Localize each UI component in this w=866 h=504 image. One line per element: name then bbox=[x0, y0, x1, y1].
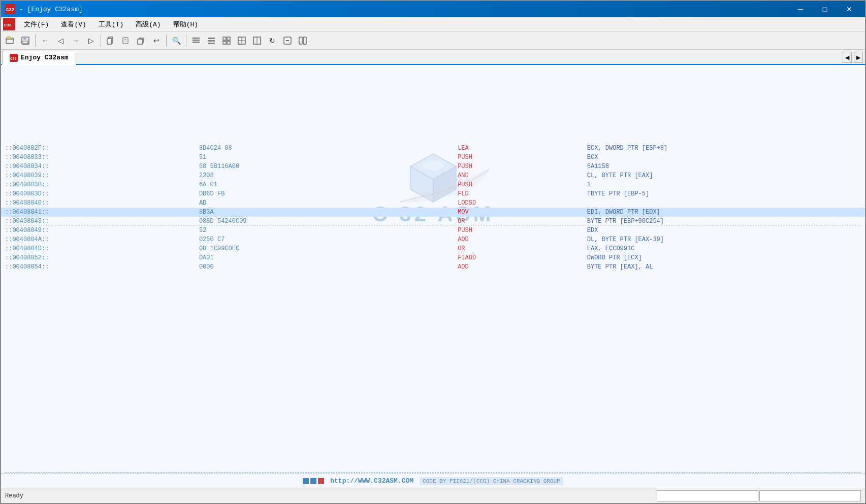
menu-view[interactable]: 查看(V) bbox=[55, 17, 91, 31]
sep-1 bbox=[35, 35, 36, 47]
cell-addr: ::00408049:: bbox=[1, 226, 195, 235]
cell-addr: ::0040803B:: bbox=[1, 180, 195, 189]
sep-4 bbox=[186, 35, 186, 47]
disasm-tbody: ::0040802F:: 8D4C24 08 LEA ECX, DWORD PT… bbox=[1, 144, 865, 272]
disasm-table: ::0040802F:: 8D4C24 08 LEA ECX, DWORD PT… bbox=[1, 144, 865, 272]
cell-operands: ECX, DWORD PTR [ESP+8] bbox=[583, 144, 865, 153]
cell-operands: DWORD PTR [ECX] bbox=[583, 253, 865, 262]
empty-top-area bbox=[1, 65, 865, 144]
cell-bytes: 52 bbox=[195, 226, 454, 235]
title-bar: C32 - [Enjoy C32asm] ─ □ ✕ bbox=[1, 1, 865, 17]
cell-operands: BYTE PTR [EBP+90C254] bbox=[583, 217, 865, 226]
undo-button[interactable]: ↩ bbox=[149, 33, 164, 48]
search-button[interactable]: 🔍 bbox=[169, 33, 183, 48]
minimize-button[interactable]: ─ bbox=[789, 1, 812, 17]
table-row[interactable]: ::00408034:: 68 58116A00 PUSH 6A1158 bbox=[1, 162, 865, 171]
svg-rect-7 bbox=[23, 37, 26, 40]
cell-operands: EAX, ECCD991C bbox=[583, 244, 865, 253]
cell-addr: ::00408040:: bbox=[1, 198, 195, 208]
cell-mnemonic: OR bbox=[454, 217, 583, 226]
copy1-button[interactable] bbox=[104, 33, 118, 48]
table-row[interactable]: ::00408049:: 52 PUSH EDX bbox=[1, 226, 865, 235]
main-content: C 32 ASM bbox=[1, 65, 865, 503]
cell-bytes: 68 58116A00 bbox=[195, 162, 454, 171]
t1-button[interactable] bbox=[189, 33, 203, 48]
svg-rect-10 bbox=[107, 39, 112, 44]
close-button[interactable]: ✕ bbox=[838, 1, 861, 17]
tab-bar-left: C32 Enjoy C32asm bbox=[2, 51, 77, 64]
cell-bytes: AD bbox=[195, 198, 454, 208]
cell-addr: ::00408043:: bbox=[1, 217, 195, 226]
nav-back2-button[interactable]: ◁ bbox=[53, 33, 68, 48]
cell-operands bbox=[583, 198, 865, 208]
cell-bytes: 51 bbox=[195, 153, 454, 162]
svg-rect-18 bbox=[208, 38, 215, 39]
table-row[interactable]: ::00408040:: AD LODSD bbox=[1, 198, 865, 208]
menu-help[interactable]: 帮助(H) bbox=[168, 17, 204, 31]
table-row[interactable]: ::00408054:: 0000 ADD BYTE PTR [EAX], AL bbox=[1, 262, 865, 272]
cell-mnemonic: OR bbox=[454, 244, 583, 253]
menu-advanced[interactable]: 高级(A) bbox=[130, 17, 166, 31]
save-button[interactable] bbox=[18, 33, 33, 48]
tab-label: Enjoy C32asm bbox=[21, 54, 69, 61]
t3-button[interactable] bbox=[219, 33, 234, 48]
tab-bar-right: ◀ ▶ bbox=[843, 51, 865, 64]
table-row[interactable]: ::00408033:: 51 PUSH ECX bbox=[1, 153, 865, 162]
cell-addr: ::0040802F:: bbox=[1, 144, 195, 153]
cell-addr: ::0040804D:: bbox=[1, 244, 195, 253]
table-row[interactable]: ::0040802F:: 8D4C24 08 LEA ECX, DWORD PT… bbox=[1, 144, 865, 153]
menu-tools[interactable]: 工具(T) bbox=[93, 17, 129, 31]
svg-rect-19 bbox=[208, 40, 215, 42]
square-3 bbox=[318, 478, 324, 484]
cell-bytes: 8D4C24 08 bbox=[195, 144, 454, 153]
svg-rect-32 bbox=[299, 37, 302, 44]
table-row[interactable]: ::0040804D:: 0D 1C99CDEC OR EAX, ECCD991… bbox=[1, 244, 865, 253]
menu-file[interactable]: 文件(F) bbox=[18, 17, 54, 31]
cell-operands: EDI, DWORD PTR [EDX] bbox=[583, 208, 865, 217]
svg-rect-15 bbox=[193, 38, 200, 39]
title-controls: ─ □ ✕ bbox=[789, 1, 861, 17]
t7-button[interactable] bbox=[280, 33, 295, 48]
cell-operands: CL, BYTE PTR [EAX] bbox=[583, 171, 865, 180]
t2-button[interactable] bbox=[204, 33, 218, 48]
cell-bytes: 6A 01 bbox=[195, 180, 454, 189]
sep-3 bbox=[166, 35, 167, 47]
copy2-button[interactable] bbox=[119, 33, 133, 48]
credit-text: CODE BY PII621/(CCG) CHINA CRACKING GROU… bbox=[420, 477, 563, 485]
nav-back1-button[interactable]: ← bbox=[38, 33, 52, 48]
open-button[interactable] bbox=[3, 33, 17, 48]
menu-bar: C32 文件(F) 查看(V) 工具(T) 高级(A) 帮助(H) bbox=[1, 17, 865, 31]
svg-rect-20 bbox=[208, 43, 215, 44]
table-row[interactable]: ::0040804A:: 0250 C7 ADD DL, BYTE PTR [E… bbox=[1, 235, 865, 244]
cell-addr: ::00408039:: bbox=[1, 171, 195, 180]
table-row[interactable]: ::00408043:: 088D 54240C09 OR BYTE PTR [… bbox=[1, 217, 865, 226]
table-row[interactable]: ::00408052:: DA01 FIADD DWORD PTR [ECX] bbox=[1, 253, 865, 262]
cell-operands: ECX bbox=[583, 153, 865, 162]
t5-button[interactable] bbox=[250, 33, 264, 48]
cell-mnemonic: PUSH bbox=[454, 226, 583, 235]
cell-mnemonic: LEA bbox=[454, 144, 583, 153]
t8-button[interactable] bbox=[296, 33, 310, 48]
tab-nav-left[interactable]: ◀ bbox=[843, 52, 852, 63]
svg-rect-24 bbox=[227, 41, 230, 44]
table-row[interactable]: ::00408039:: 2208 AND CL, BYTE PTR [EAX] bbox=[1, 171, 865, 180]
square-2 bbox=[310, 478, 316, 484]
table-row[interactable]: ::0040803D:: DB6D FB FLD TBYTE PTR [EBP-… bbox=[1, 189, 865, 198]
table-row[interactable]: ::0040803B:: 6A 01 PUSH 1 bbox=[1, 180, 865, 189]
cell-mnemonic: LODSD bbox=[454, 198, 583, 208]
cell-addr: ::00408054:: bbox=[1, 262, 195, 272]
tab-enjoy[interactable]: C32 Enjoy C32asm bbox=[2, 51, 76, 65]
tab-nav-right[interactable]: ▶ bbox=[854, 52, 863, 63]
nav-fwd2-button[interactable]: ▷ bbox=[84, 33, 98, 48]
cell-operands: BYTE PTR [EAX], AL bbox=[583, 262, 865, 272]
nav-fwd1-button[interactable]: → bbox=[69, 33, 83, 48]
t6-button[interactable]: ↻ bbox=[265, 33, 279, 48]
t4-button[interactable] bbox=[235, 33, 249, 48]
paste-button[interactable] bbox=[134, 33, 148, 48]
disasm-panel: ::0040802F:: 8D4C24 08 LEA ECX, DWORD PT… bbox=[1, 144, 865, 503]
maximize-button[interactable]: □ bbox=[813, 1, 837, 17]
svg-rect-17 bbox=[193, 42, 200, 43]
cell-operands: DL, BYTE PTR [EAX-39] bbox=[583, 235, 865, 244]
table-row[interactable]: ::00408041:: 8B3A MOV EDI, DWORD PTR [ED… bbox=[1, 208, 865, 217]
svg-rect-16 bbox=[193, 40, 200, 41]
